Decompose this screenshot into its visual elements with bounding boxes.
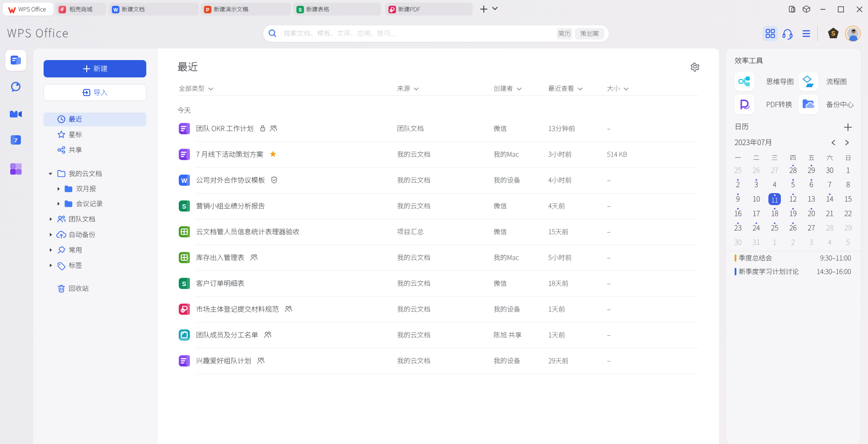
svg-text:S: S xyxy=(182,280,186,287)
svg-text:W: W xyxy=(181,177,187,184)
svg-text:S: S xyxy=(182,203,186,210)
svg-text:S: S xyxy=(831,30,835,37)
svg-text:W: W xyxy=(113,7,118,12)
svg-text:P: P xyxy=(206,7,209,12)
svg-text:7: 7 xyxy=(14,137,17,144)
svg-text:S: S xyxy=(299,7,302,12)
